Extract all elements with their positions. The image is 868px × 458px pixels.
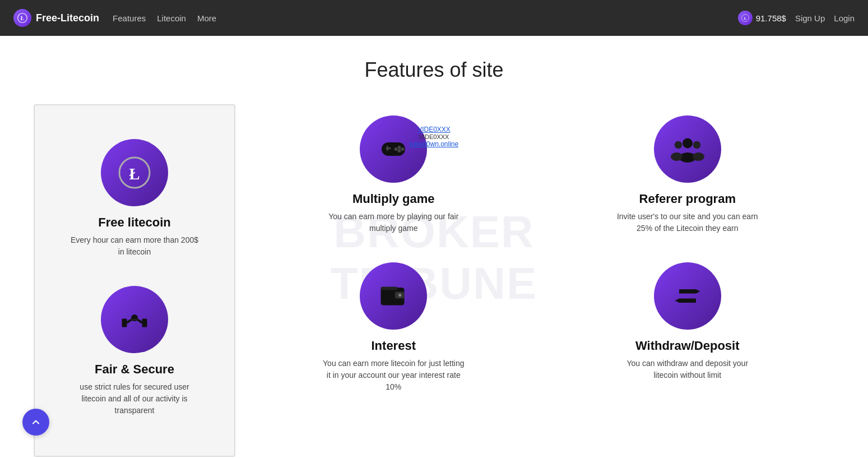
feature-referer-program: Referer program Invite user's to our sit…: [541, 104, 835, 251]
withdraw-deposit-title: Withdraw/Deposit: [635, 339, 740, 353]
svg-point-13: [401, 147, 405, 151]
referer-program-icon-circle: [654, 115, 721, 183]
withdraw-deposit-desc: You can withdraw and deposit your liteco…: [615, 358, 760, 381]
scroll-top-button[interactable]: [22, 409, 49, 436]
svg-marker-30: [675, 299, 679, 303]
referer-program-desc: Invite user's to our site and you can ea…: [615, 211, 760, 234]
handshake-icon: [118, 303, 151, 336]
login-button[interactable]: Login: [834, 13, 855, 23]
svg-point-14: [398, 149, 401, 152]
svg-rect-19: [381, 287, 398, 290]
svg-point-24: [671, 152, 683, 161]
free-litecoin-desc: Every hour can earn more than 200$ in li…: [68, 234, 201, 258]
interest-icon-circle: [360, 262, 427, 330]
nav-more[interactable]: More: [197, 13, 216, 23]
middle-col: Multiply game You can earn more by playi…: [247, 104, 541, 410]
svg-marker-27: [679, 289, 696, 294]
brand-name: Free-Litecoin: [36, 12, 99, 24]
feature-free-litecoin: Ł Free litecoin Every hour can earn more…: [52, 128, 217, 275]
multiply-game-desc: You can earn more by playing our fair mu…: [321, 211, 466, 234]
ad-link-3[interactable]: tubed0wn.online: [410, 140, 458, 148]
svg-point-26: [693, 152, 704, 161]
nav-features[interactable]: Features: [113, 13, 146, 23]
free-litecoin-icon-circle: Ł: [101, 139, 168, 206]
nav-links: Features Litecoin More: [113, 13, 216, 23]
main-content: Features of site VIDE0XXX VIDE0XXX tubed…: [0, 36, 868, 458]
gamepad-icon: [377, 132, 410, 166]
withdraw-deposit-icon-circle: [654, 262, 721, 330]
svg-point-21: [683, 138, 693, 149]
feature-withdraw-deposit: Withdraw/Deposit You can withdraw and de…: [541, 251, 835, 398]
transfer-icon: [671, 279, 704, 313]
nav-litecoin[interactable]: Litecoin: [157, 13, 186, 23]
left-feature-box: Ł Free litecoin Every hour can earn more…: [34, 104, 235, 457]
svg-point-23: [675, 141, 683, 149]
svg-point-25: [693, 141, 701, 149]
svg-rect-11: [387, 146, 388, 151]
chevron-up-icon: [30, 417, 41, 428]
litecoin-icon: Ł: [118, 156, 151, 189]
ltc-price-icon: Ł: [738, 11, 753, 25]
feature-multiply-game: Multiply game You can earn more by playi…: [247, 104, 541, 251]
svg-rect-7: [142, 319, 147, 327]
brand-icon: Ł: [13, 9, 31, 27]
page-title: Features of site: [34, 58, 834, 82]
feature-interest: Interest You can earn more litecoin for …: [247, 251, 541, 410]
users-icon: [671, 132, 704, 166]
ltc-price-value: 91.758$: [756, 13, 786, 23]
right-col: Referer program Invite user's to our sit…: [541, 104, 835, 410]
feature-fair-secure: Fair & Secure use strict rules for secur…: [52, 275, 217, 433]
svg-point-15: [394, 147, 398, 151]
fair-secure-desc: use strict rules for secured user liteco…: [68, 381, 201, 417]
referer-program-title: Referer program: [639, 192, 736, 206]
ltc-price-display: Ł 91.758$: [738, 11, 786, 25]
free-litecoin-title: Free litecoin: [98, 215, 171, 230]
multiply-game-title: Multiply game: [352, 192, 435, 206]
svg-point-8: [131, 314, 138, 321]
fair-secure-icon-circle: [101, 286, 168, 353]
svg-rect-6: [122, 319, 127, 327]
svg-marker-28: [696, 289, 700, 294]
svg-text:Ł: Ł: [129, 165, 140, 183]
interest-title: Interest: [372, 339, 416, 353]
svg-text:Ł: Ł: [21, 15, 25, 21]
interest-desc: You can earn more litecoin for just lett…: [321, 358, 466, 393]
fair-secure-title: Fair & Secure: [95, 362, 174, 377]
features-grid: Ł Free litecoin Every hour can earn more…: [34, 104, 834, 457]
wallet-icon: [377, 279, 410, 313]
ad-link-1[interactable]: VIDE0XXX: [417, 126, 451, 133]
svg-text:Ł: Ł: [744, 16, 746, 21]
navbar: Ł Free-Litecoin Features Litecoin More Ł…: [0, 0, 868, 36]
svg-point-20: [399, 294, 402, 297]
svg-point-12: [398, 146, 401, 149]
signup-button[interactable]: Sign Up: [795, 13, 825, 23]
navbar-left: Ł Free-Litecoin Features Litecoin More: [13, 9, 216, 27]
svg-marker-29: [679, 299, 696, 303]
brand-logo[interactable]: Ł Free-Litecoin: [13, 9, 99, 27]
navbar-right: Ł 91.758$ Sign Up Login: [738, 11, 855, 25]
ad-overlay: VIDE0XXX VIDE0XXX tubed0wn.online: [410, 126, 458, 148]
ad-text-2: VIDE0XXX: [410, 133, 458, 140]
